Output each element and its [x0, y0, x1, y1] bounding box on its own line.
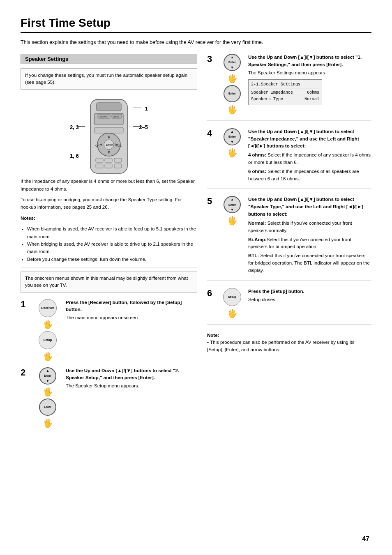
- step-5-item-3: BTL: Select this if you've connected you…: [248, 252, 371, 274]
- menu-title: 2-1.Speaker Settings: [251, 81, 319, 88]
- step3-dial: ▲ Enter ▼: [224, 54, 241, 71]
- receiver-button-label: Receiver: [41, 306, 54, 310]
- step-2-image: ▲ Enter ▼ 🖐 Enter 🖐: [34, 367, 62, 428]
- bracket-line-16: [77, 155, 85, 155]
- step-6-num: 6: [207, 289, 216, 298]
- page-title: First Time Setup: [21, 16, 371, 33]
- onscreen-notice-box: The onscreen menus shown in this manual …: [21, 272, 197, 292]
- step-6-row: 6 Setup 🖐 Press the [Setup] button. Setu…: [207, 288, 371, 325]
- step4-dial: ▲ Enter ▼: [224, 128, 241, 145]
- dial-up: ▲ Enter ▼: [39, 367, 56, 385]
- step3-hand-1: 🖐: [227, 74, 238, 83]
- label-1-6: 1, 6: [70, 153, 79, 159]
- step-5-row: 5 ▲ Enter ▼ 🖐 Use the Up and Down [▲]/[▼…: [207, 196, 371, 280]
- step-2-title: Use the Up and Down [▲]/[▼] buttons to s…: [66, 367, 197, 382]
- step-2-row: 2 ▲ Enter ▼ 🖐 Enter 🖐: [21, 367, 197, 428]
- menu-row-2-label: Speakers Type: [251, 96, 283, 103]
- step-2-detail: The Speaker Setup menu appears.: [66, 382, 197, 390]
- step-3-title: Use the Up and Down [▲]/[▼] buttons to s…: [248, 54, 371, 69]
- bracket-line-25: [133, 126, 141, 127]
- step-5-title: Use the Up and Down [▲]/[▼] buttons to s…: [248, 196, 371, 218]
- step-4-row: 4 ▲ Enter ▼ 🖐 Use the Up and Down [▲]/[▼…: [207, 128, 371, 189]
- svg-rect-13: [96, 164, 103, 168]
- impedance-text: If the impedance of any speaker is 4 ohm…: [21, 177, 197, 193]
- step-3-num: 3: [207, 55, 216, 64]
- step5-dial: ▲ Enter ▼: [224, 196, 241, 213]
- svg-text:CH: CH: [95, 144, 99, 147]
- menu-row-2-value: Normal: [304, 96, 319, 103]
- step3-hand-2: 🖐: [227, 105, 238, 115]
- svg-text:Receiver: Receiver: [99, 115, 108, 118]
- step-3-text: Use the Up and Down [▲]/[▼] buttons to s…: [248, 54, 371, 105]
- step-4-item-2: 6 ohms: Select if the impedances of all …: [248, 168, 371, 183]
- bottom-note-text: This procedure can also be performed on …: [207, 340, 354, 352]
- main-content: Speaker Settings If you change these set…: [21, 54, 371, 434]
- svg-rect-1: [97, 103, 121, 111]
- svg-text:Set/up: Set/up: [113, 115, 119, 118]
- svg-text:−: −: [95, 147, 97, 150]
- step-5-image: ▲ Enter ▼ 🖐: [220, 196, 244, 226]
- setup-button: Setup: [39, 331, 57, 349]
- menu-row-1-label: Speaker Impedance: [251, 90, 293, 96]
- step-6-detail: Setup closes.: [248, 296, 371, 304]
- step6-setup-label: Setup: [228, 295, 237, 299]
- hand-icon-2: 🖐: [43, 352, 53, 362]
- biamp-text: To use bi-amping or bridging, you must c…: [21, 196, 197, 211]
- step-1-text: Press the [Receiver] button, followed by…: [66, 299, 197, 322]
- hand-icon-4: 🖐: [43, 418, 53, 428]
- svg-text:−: −: [117, 147, 118, 150]
- notes-heading: Notes:: [21, 214, 197, 222]
- step-1-row: 1 Receiver 🖐 Setup 🖐 Press the [Rec: [21, 299, 197, 362]
- menu-row-1: Speaker Impedance 6ohms: [251, 90, 319, 96]
- svg-text:VOL: VOL: [116, 144, 122, 147]
- step-5-item-2: Bi-Amp:Select this if you've connected y…: [248, 236, 371, 251]
- svg-rect-15: [114, 164, 122, 168]
- page-number: 47: [362, 535, 369, 543]
- intro-text: This section explains the settings that …: [21, 39, 371, 46]
- notes-list: When bi-amping is used, the AV receiver …: [27, 225, 197, 263]
- note-item-1: When bi-amping is used, the AV receiver …: [27, 225, 197, 240]
- step-4-text: Use the Up and Down [▲]/[▼] buttons to s…: [248, 128, 371, 183]
- setup-button-label: Setup: [44, 338, 52, 342]
- svg-rect-12: [114, 158, 122, 162]
- bracket-line-23: [77, 126, 85, 127]
- onscreen-notice-text: The onscreen menus shown in this manual …: [25, 276, 188, 288]
- step6-setup-btn: Setup: [223, 288, 241, 306]
- step-6-image: Setup 🖐: [220, 288, 244, 318]
- step-3-detail: The Speaker Settings menu appears.: [248, 69, 371, 77]
- svg-text:Enter: Enter: [106, 143, 113, 146]
- speaker-settings-menu: 2-1.Speaker Settings Speaker Impedance 6…: [248, 79, 322, 105]
- step6-hand: 🖐: [227, 309, 238, 318]
- divider-1: [21, 267, 197, 267]
- menu-row-1-value: 6ohms: [307, 90, 319, 96]
- step-2-num: 2: [21, 368, 30, 377]
- menu-row-2: Speakers Type Normal: [251, 96, 319, 103]
- step-3-image: ▲ Enter ▼ 🖐 Enter 🖐: [220, 54, 244, 115]
- note-item-2: When bridging is used, the AV receiver i…: [27, 240, 197, 256]
- dial-enter: Enter: [39, 398, 56, 416]
- step-1-image: Receiver 🖐 Setup 🖐: [34, 299, 62, 362]
- step4-hand: 🖐: [227, 148, 238, 158]
- label-2-3: 2, 3: [70, 124, 79, 130]
- label-2-5: 2–5: [139, 124, 148, 130]
- step5-hand: 🖐: [227, 216, 238, 226]
- hand-icon-1: 🖐: [43, 320, 53, 329]
- step-6-text: Press the [Setup] button. Setup closes.: [248, 288, 371, 304]
- step-2-text: Use the Up and Down [▲]/[▼] buttons to s…: [66, 367, 197, 390]
- right-column: 3 ▲ Enter ▼ 🖐 Enter 🖐: [207, 54, 371, 354]
- change-note-box: If you change these settings, you must r…: [21, 68, 197, 90]
- hand-icon-3: 🖐: [43, 387, 53, 397]
- step-1-detail: The main menu appears onscreen.: [66, 314, 197, 322]
- bracket-line-1: [133, 108, 141, 108]
- step-1-title: Press the [Receiver] button, followed by…: [66, 299, 197, 314]
- svg-rect-14: [105, 164, 112, 168]
- step-4-num: 4: [207, 129, 216, 138]
- step-3-row: 3 ▲ Enter ▼ 🖐 Enter 🖐: [207, 54, 371, 121]
- receiver-button: Receiver: [39, 299, 57, 317]
- section-heading: Speaker Settings: [21, 54, 197, 64]
- step-5-item-1: Normal: Select this if you've connected …: [248, 220, 371, 235]
- remote-diagram: CH − VOL − Enter Receiver Set/up 1 2, 3 …: [68, 95, 150, 177]
- label-1: 1: [145, 106, 148, 112]
- step-4-image: ▲ Enter ▼ 🖐: [220, 128, 244, 158]
- svg-rect-3: [95, 127, 123, 133]
